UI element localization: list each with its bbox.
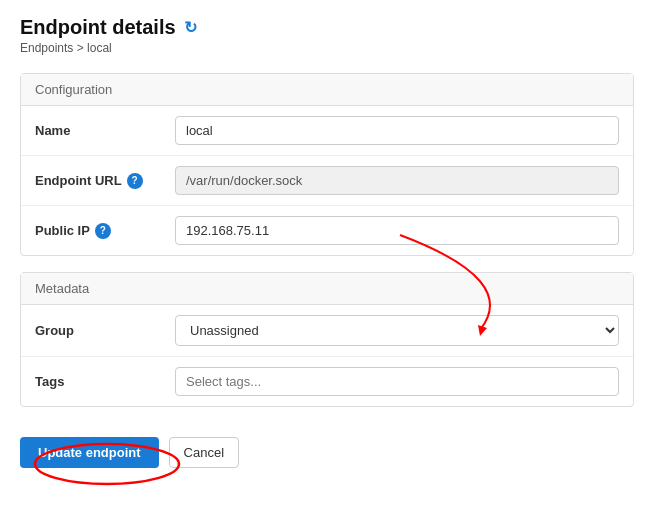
name-input[interactable]	[175, 116, 619, 145]
update-endpoint-button[interactable]: Update endpoint	[20, 437, 159, 468]
breadcrumb-current: local	[87, 41, 112, 55]
public-ip-value	[175, 216, 619, 245]
header-area: Endpoint details ↻ Endpoints > local	[20, 16, 634, 55]
breadcrumb-link[interactable]: Endpoints	[20, 41, 73, 55]
metadata-section: Metadata Group Unassigned Tags	[20, 272, 634, 407]
tags-input[interactable]	[175, 367, 619, 396]
page-wrapper: Endpoint details ↻ Endpoints > local Con…	[0, 0, 654, 507]
page-title-text: Endpoint details	[20, 16, 176, 39]
tags-value	[175, 367, 619, 396]
public-ip-label: Public IP ?	[35, 223, 175, 239]
group-select[interactable]: Unassigned	[175, 315, 619, 346]
tags-row: Tags	[21, 357, 633, 406]
metadata-section-header: Metadata	[21, 273, 633, 305]
public-ip-help-icon[interactable]: ?	[95, 223, 111, 239]
group-row: Group Unassigned	[21, 305, 633, 357]
tags-label: Tags	[35, 374, 175, 389]
endpoint-url-label: Endpoint URL ?	[35, 173, 175, 189]
endpoint-url-value	[175, 166, 619, 195]
refresh-icon[interactable]: ↻	[184, 18, 197, 37]
actions-row: Update endpoint Cancel	[20, 423, 634, 468]
group-value: Unassigned	[175, 315, 619, 346]
endpoint-url-help-icon[interactable]: ?	[127, 173, 143, 189]
name-label: Name	[35, 123, 175, 138]
endpoint-url-row: Endpoint URL ?	[21, 156, 633, 206]
endpoint-url-input	[175, 166, 619, 195]
public-ip-row: Public IP ?	[21, 206, 633, 255]
configuration-section-header: Configuration	[21, 74, 633, 106]
breadcrumb: Endpoints > local	[20, 41, 634, 55]
public-ip-input[interactable]	[175, 216, 619, 245]
name-row: Name	[21, 106, 633, 156]
group-label: Group	[35, 323, 175, 338]
page-title: Endpoint details ↻	[20, 16, 634, 39]
breadcrumb-separator: >	[73, 41, 87, 55]
cancel-button[interactable]: Cancel	[169, 437, 239, 468]
configuration-section: Configuration Name Endpoint URL ? Public…	[20, 73, 634, 256]
name-value	[175, 116, 619, 145]
